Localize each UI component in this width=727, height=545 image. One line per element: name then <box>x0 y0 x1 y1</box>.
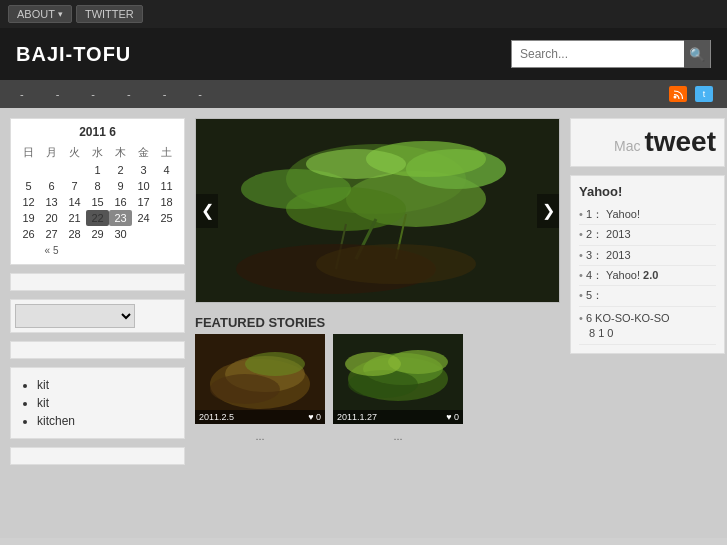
hero-next-icon: ❯ <box>542 201 555 220</box>
cal-day[interactable]: 29 <box>86 226 109 242</box>
cal-day[interactable]: 3 <box>132 162 155 178</box>
cal-day[interactable]: 6 <box>40 178 63 194</box>
about-button[interactable]: ABOUT ▾ <box>8 5 72 23</box>
featured-card-comments-2: ♥ 0 <box>446 412 459 422</box>
cal-day[interactable]: 24 <box>132 210 155 226</box>
nav-item-3[interactable]: - <box>87 84 99 104</box>
cal-day[interactable]: 14 <box>63 194 86 210</box>
cal-day[interactable]: 30 <box>109 226 132 242</box>
featured-card-date-2: 2011.1.27 <box>337 412 377 422</box>
hero-prev-arrow[interactable]: ❮ <box>196 194 218 228</box>
more-dots-1[interactable]: ... <box>195 424 325 448</box>
cal-header-tue: 火 <box>63 143 86 162</box>
cal-day[interactable]: 5 <box>17 178 40 194</box>
svg-point-17 <box>210 374 280 404</box>
hero-svg <box>196 119 559 302</box>
list-item-1[interactable]: kit <box>37 376 176 394</box>
calendar-table: 日 月 火 水 木 金 土 1 2 <box>17 143 178 258</box>
more-dots-2[interactable]: ... <box>333 424 463 448</box>
cal-today[interactable]: 22 <box>86 210 109 226</box>
search-input[interactable] <box>512 43 684 65</box>
yahoo-item-2[interactable]: 2： 2013 <box>579 225 716 245</box>
yahoo-item-1[interactable]: 1： Yahoo! <box>579 205 716 225</box>
cal-row-3: 19 20 21 22 23 24 25 <box>17 210 178 226</box>
left-sidebar: 2011 6 日 月 火 水 木 金 土 <box>10 118 185 528</box>
sidebar-spacer-2 <box>10 341 185 359</box>
twitter-small-icon: t <box>695 86 713 102</box>
cal-day[interactable]: 4 <box>155 162 178 178</box>
cal-day <box>132 226 155 242</box>
site-title: BAJI-TOFU <box>16 43 131 66</box>
cal-day[interactable]: 11 <box>155 178 178 194</box>
cal-day[interactable]: 18 <box>155 194 178 210</box>
cal-day[interactable]: 7 <box>63 178 86 194</box>
nav-item-1[interactable]: - <box>16 84 28 104</box>
cal-row-4: 26 27 28 29 30 <box>17 226 178 242</box>
yahoo-item-4[interactable]: 4： Yahoo! 2.0 <box>579 266 716 286</box>
rss-icon-btn[interactable] <box>667 85 689 103</box>
yahoo-item-6[interactable]: 6 KO-SO-KO-SO 8 1 0 <box>579 307 716 345</box>
featured-label: FEATURED STORIES <box>195 315 560 330</box>
cal-row-1: 1 2 3 4 <box>17 162 178 178</box>
nav-menu: - - - - - - t <box>0 80 727 108</box>
nav-item-2[interactable]: - <box>52 84 64 104</box>
featured-card-2[interactable]: 2011.1.27 ♥ 0 <box>333 334 463 424</box>
cal-prev-link[interactable]: « 5 <box>45 245 59 256</box>
cal-day <box>155 226 178 242</box>
svg-point-18 <box>245 352 305 376</box>
featured-grid: 2011.2.5 ♥ 0 <box>195 334 560 424</box>
search-icon: 🔍 <box>689 47 705 62</box>
featured-card-1[interactable]: 2011.2.5 ♥ 0 <box>195 334 325 424</box>
cal-day[interactable]: 25 <box>155 210 178 226</box>
cal-row-2: 12 13 14 15 16 17 18 <box>17 194 178 210</box>
hero-image <box>196 119 559 302</box>
yahoo-item-3[interactable]: 3： 2013 <box>579 246 716 266</box>
cal-day[interactable]: 10 <box>132 178 155 194</box>
calendar-widget: 2011 6 日 月 火 水 木 金 土 <box>10 118 185 265</box>
list-item-2[interactable]: kit <box>37 394 176 412</box>
yahoo-list: 1： Yahoo! 2： 2013 3： 2013 4： Yahoo! 2.0 … <box>579 205 716 345</box>
top-bar: ABOUT ▾ TWITTER <box>0 0 727 28</box>
cal-day[interactable]: 15 <box>86 194 109 210</box>
featured-card-date-1: 2011.2.5 <box>199 412 234 422</box>
search-button[interactable]: 🔍 <box>684 40 710 68</box>
list-item-3[interactable]: kitchen <box>37 412 176 430</box>
twitter-button[interactable]: TWITTER <box>76 5 143 23</box>
sidebar-list: kit kit kitchen <box>19 376 176 430</box>
cal-day[interactable]: 1 <box>86 162 109 178</box>
cal-day[interactable]: 12 <box>17 194 40 210</box>
cal-header-sat: 土 <box>155 143 178 162</box>
nav-item-5[interactable]: - <box>159 84 171 104</box>
sidebar-spacer-widget <box>10 273 185 291</box>
cal-day cal-today-highlight[interactable]: 23 <box>109 210 132 226</box>
category-select[interactable] <box>15 304 135 328</box>
hero-next-arrow[interactable]: ❯ <box>537 194 559 228</box>
nav-item-4[interactable]: - <box>123 84 135 104</box>
tweet-mac-label: Mac <box>614 138 640 154</box>
cal-day[interactable]: 8 <box>86 178 109 194</box>
cal-day[interactable]: 9 <box>109 178 132 194</box>
cal-day[interactable]: 27 <box>40 226 63 242</box>
cal-day[interactable]: 13 <box>40 194 63 210</box>
featured-more-row: ... ... <box>195 424 560 448</box>
right-sidebar: Mac tweet Yahoo! 1： Yahoo! 2： 2013 3： 20… <box>570 118 725 528</box>
main-layout: 2011 6 日 月 火 水 木 金 土 <box>0 108 727 538</box>
center-content: ❮ ❯ FEATURED STORIES <box>195 118 560 528</box>
cal-day[interactable]: 19 <box>17 210 40 226</box>
cal-day[interactable]: 20 <box>40 210 63 226</box>
hero-image-area: ❮ ❯ <box>195 118 560 303</box>
nav-item-6[interactable]: - <box>194 84 206 104</box>
cal-row-prev: « 5 <box>17 242 178 258</box>
cal-day[interactable]: 17 <box>132 194 155 210</box>
cal-day[interactable]: 26 <box>17 226 40 242</box>
cal-day <box>40 162 63 178</box>
twitter-icon-btn[interactable]: t <box>693 85 715 103</box>
cal-day[interactable]: 16 <box>109 194 132 210</box>
cal-day <box>63 162 86 178</box>
twitter-label: TWITTER <box>85 8 134 20</box>
yahoo-item-5[interactable]: 5： <box>579 286 716 306</box>
cal-day[interactable]: 2 <box>109 162 132 178</box>
cal-day[interactable]: 21 <box>63 210 86 226</box>
cal-day[interactable]: 28 <box>63 226 86 242</box>
list-widget: kit kit kitchen <box>10 367 185 439</box>
